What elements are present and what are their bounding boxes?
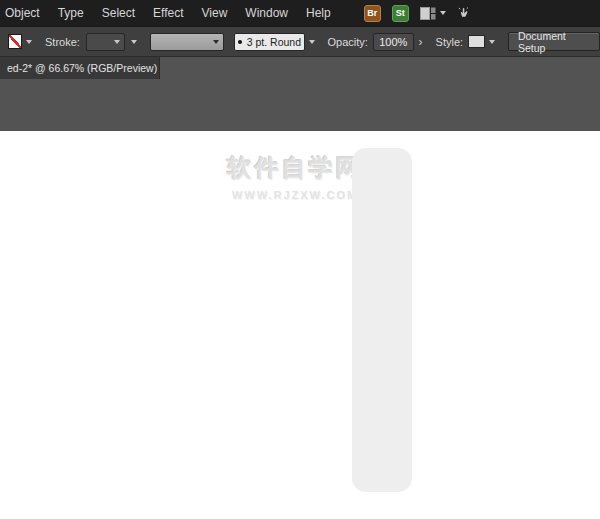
chevron-down-icon bbox=[213, 40, 219, 44]
pasteboard: ed-2* @ 66.67% (RGB/Preview) ✕ bbox=[0, 57, 600, 131]
brush-chevron-down-icon[interactable] bbox=[309, 40, 315, 44]
stroke-chevron-down-icon[interactable] bbox=[131, 40, 137, 44]
opacity-input[interactable]: 100% bbox=[373, 33, 414, 51]
brush-preview-dot-icon bbox=[238, 40, 242, 44]
brush-definition-value: 3 pt. Round bbox=[247, 36, 301, 48]
watermark: 软件自学网 WWW.RJZXW.COM bbox=[222, 152, 368, 201]
brush-definition-select[interactable]: 3 pt. Round bbox=[234, 33, 304, 51]
control-bar: Stroke: 3 pt. Round Opacity: 100% › Styl… bbox=[0, 26, 600, 57]
width-profile-select[interactable] bbox=[150, 33, 224, 51]
chevron-down-icon bbox=[440, 11, 446, 15]
opacity-options-arrow-icon[interactable]: › bbox=[419, 36, 423, 48]
fill-chevron-down-icon[interactable] bbox=[26, 40, 32, 44]
menu-help[interactable]: Help bbox=[297, 6, 340, 20]
style-label: Style: bbox=[436, 36, 464, 48]
opacity-value: 100% bbox=[379, 36, 407, 48]
document-tab[interactable]: ed-2* @ 66.67% (RGB/Preview) ✕ bbox=[0, 57, 160, 79]
menu-view[interactable]: View bbox=[193, 6, 237, 20]
workspace-switcher-icon[interactable] bbox=[420, 7, 446, 20]
menu-bar: Object Type Select Effect View Window He… bbox=[0, 0, 600, 26]
menu-select[interactable]: Select bbox=[93, 6, 144, 20]
watermark-url: WWW.RJZXW.COM bbox=[222, 189, 368, 201]
bridge-icon[interactable]: Br bbox=[364, 5, 381, 22]
opacity-label: Opacity: bbox=[328, 36, 368, 48]
stock-icon[interactable]: St bbox=[392, 5, 409, 22]
panels-grid-icon bbox=[420, 7, 436, 20]
illustrator-window: Object Type Select Effect View Window He… bbox=[0, 0, 600, 519]
rounded-rectangle-shape[interactable] bbox=[352, 148, 412, 492]
menu-window[interactable]: Window bbox=[236, 6, 297, 20]
hand-icon bbox=[457, 6, 472, 21]
document-setup-button[interactable]: Document Setup bbox=[508, 32, 600, 51]
menu-object[interactable]: Object bbox=[0, 6, 49, 20]
appbar-icons: Br St bbox=[364, 5, 472, 22]
menu-type[interactable]: Type bbox=[49, 6, 93, 20]
hand-gesture-icon[interactable] bbox=[457, 6, 472, 21]
watermark-text-cn: 软件自学网 bbox=[222, 152, 368, 184]
style-swatch[interactable] bbox=[468, 35, 485, 48]
stroke-weight-select[interactable] bbox=[86, 33, 125, 51]
fill-none-swatch[interactable] bbox=[8, 34, 22, 49]
chevron-down-icon bbox=[114, 40, 120, 44]
stroke-label: Stroke: bbox=[45, 36, 80, 48]
artboard-canvas[interactable]: 软件自学网 WWW.RJZXW.COM bbox=[0, 131, 600, 519]
menu-effect[interactable]: Effect bbox=[144, 6, 192, 20]
style-chevron-down-icon[interactable] bbox=[489, 40, 495, 44]
document-tab-title: ed-2* @ 66.67% (RGB/Preview) bbox=[7, 62, 157, 74]
